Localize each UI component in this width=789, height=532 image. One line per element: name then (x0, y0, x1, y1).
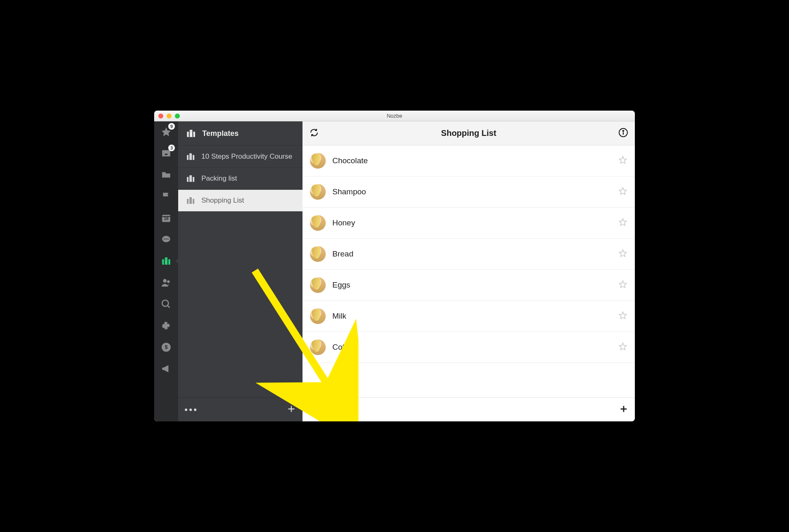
task-row[interactable]: Chocolate (303, 145, 635, 177)
task-star-button[interactable] (618, 218, 627, 228)
svg-rect-26 (187, 199, 194, 204)
svg-rect-20 (189, 155, 189, 160)
rail-comments[interactable] (160, 233, 172, 246)
svg-point-32 (623, 130, 624, 131)
star-outline-icon (618, 280, 627, 289)
task-star-button[interactable] (618, 249, 627, 259)
team-icon (161, 277, 172, 288)
task-star-button[interactable] (618, 342, 627, 353)
svg-rect-19 (189, 153, 192, 155)
svg-rect-27 (189, 197, 192, 199)
rail-account[interactable]: $ (160, 341, 172, 353)
tasks-footer (303, 397, 635, 421)
star-outline-icon (618, 311, 627, 320)
info-button[interactable] (618, 128, 628, 139)
svg-point-9 (163, 279, 167, 283)
window-title: Nozbe (154, 113, 635, 119)
svg-rect-15 (190, 130, 193, 131)
task-row[interactable]: Milk (303, 301, 635, 332)
task-name: Bread (332, 249, 618, 259)
svg-rect-29 (192, 199, 193, 204)
rail-inbox[interactable]: 3 (160, 147, 172, 160)
svg-rect-24 (189, 177, 189, 182)
task-star-button[interactable] (618, 311, 627, 322)
traffic-lights (158, 114, 180, 118)
gear-icon (161, 320, 172, 331)
templates-panel: Templates 10 Steps Productivity CoursePa… (178, 121, 303, 421)
task-name: Chocolate (332, 156, 618, 165)
task-row[interactable]: Coffee (303, 332, 635, 363)
tasks-header: Shopping List (303, 121, 635, 145)
templates-more-button[interactable] (185, 409, 196, 411)
svg-point-2 (164, 239, 165, 240)
svg-text:$: $ (165, 344, 168, 350)
task-name: Honey (332, 218, 618, 227)
svg-rect-5 (162, 259, 170, 265)
app-body: 9 3 18 (154, 121, 635, 421)
window-titlebar[interactable]: Nozbe (154, 111, 635, 121)
task-row[interactable]: Honey (303, 208, 635, 239)
star-outline-icon (618, 342, 627, 351)
rail-calendar[interactable]: 18 (160, 212, 172, 224)
star-outline-icon (618, 155, 627, 164)
templates-list: 10 Steps Productivity CoursePacking list… (178, 145, 303, 211)
comments-icon (161, 234, 172, 245)
templates-title: Templates (202, 129, 239, 138)
assignee-avatar (310, 184, 326, 200)
task-star-button[interactable] (618, 186, 627, 197)
sync-button[interactable] (309, 128, 319, 139)
priority-badge: 9 (168, 123, 175, 130)
task-row[interactable]: Shampoo (303, 177, 635, 208)
task-list: Chocolate Shampoo Honey Bread Eggs Milk … (303, 145, 635, 397)
task-row[interactable]: Bread (303, 239, 635, 270)
svg-rect-23 (189, 175, 192, 177)
assignee-avatar (310, 339, 326, 355)
svg-rect-7 (164, 259, 165, 265)
sync-icon (309, 128, 319, 138)
star-outline-icon (618, 218, 627, 227)
templates-footer (178, 397, 303, 421)
rail-search[interactable] (160, 298, 172, 310)
template-item[interactable]: 10 Steps Productivity Course (178, 145, 303, 167)
rail-projects[interactable] (160, 169, 172, 181)
svg-point-3 (166, 239, 167, 240)
task-star-button[interactable] (618, 155, 627, 166)
rail-team[interactable] (160, 276, 172, 289)
calendar-icon (161, 213, 172, 223)
megaphone-icon (161, 363, 172, 374)
task-name: Milk (332, 312, 618, 321)
svg-rect-22 (187, 177, 194, 182)
add-task-button[interactable] (619, 404, 628, 415)
rail-announce[interactable] (160, 363, 172, 375)
template-item[interactable]: Packing list (178, 167, 303, 189)
rail-settings[interactable] (160, 319, 172, 332)
folder-icon (161, 169, 172, 180)
add-template-button[interactable] (287, 404, 296, 415)
task-name: Coffee (332, 343, 618, 352)
rail-categories[interactable] (160, 190, 172, 203)
assignee-avatar (310, 308, 326, 324)
template-label: 10 Steps Productivity Course (201, 152, 292, 161)
plus-icon (619, 404, 628, 414)
template-item[interactable]: Shopping List (178, 189, 303, 211)
inbox-badge: 3 (168, 145, 175, 151)
template-label: Packing list (201, 174, 237, 183)
tasks-more-button[interactable] (309, 409, 321, 411)
task-star-button[interactable] (618, 280, 627, 290)
svg-rect-17 (192, 132, 193, 137)
assignee-avatar (310, 153, 326, 169)
nav-rail: 9 3 18 (154, 121, 178, 421)
info-icon (618, 128, 628, 138)
zoom-window-button[interactable] (175, 114, 180, 118)
svg-rect-0 (162, 215, 170, 222)
minimize-window-button[interactable] (167, 114, 172, 118)
task-row[interactable]: Eggs (303, 270, 635, 301)
svg-rect-18 (187, 155, 194, 160)
briefcase-icon (186, 152, 196, 162)
flag-icon (161, 191, 172, 202)
rail-priority[interactable]: 9 (160, 126, 172, 138)
task-name: Shampoo (332, 187, 618, 196)
close-window-button[interactable] (158, 114, 163, 118)
svg-rect-25 (192, 177, 193, 182)
rail-templates[interactable] (160, 255, 172, 267)
